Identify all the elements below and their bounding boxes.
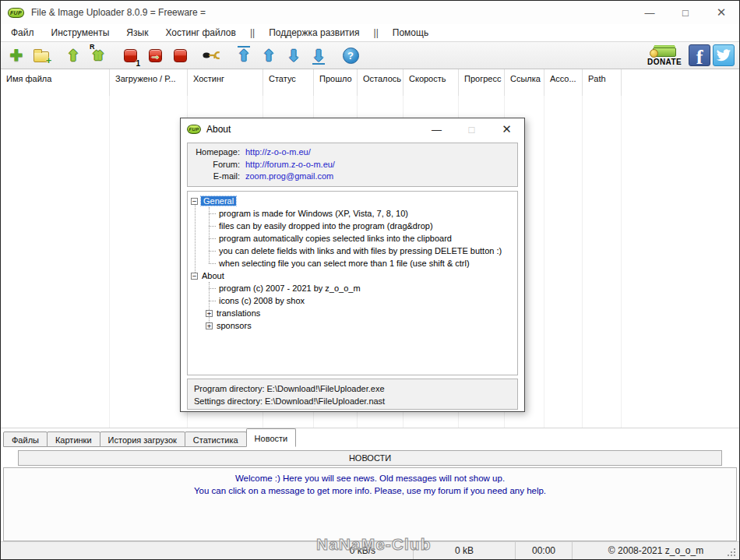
- news-panel[interactable]: Welcome :) Here you will see news. Old m…: [3, 467, 737, 541]
- tree-row[interactable]: +translations: [188, 307, 517, 319]
- menu-separator: ||: [245, 25, 260, 41]
- tree-row[interactable]: you can delete fields with links and wit…: [188, 245, 517, 257]
- dialog-info-link[interactable]: http://forum.z-o-o-m.eu/: [245, 159, 335, 171]
- tree-row[interactable]: icons (c) 2008 by shox: [188, 294, 517, 307]
- dialog-info-panel: Homepage:http://z-o-o-m.eu/Forum:http://…: [187, 143, 518, 187]
- menu-item[interactable]: Язык: [118, 25, 157, 41]
- maximize-button[interactable]: □: [668, 1, 703, 24]
- tab-Новости[interactable]: Новости: [246, 428, 297, 447]
- column-header-7[interactable]: Скорость: [403, 69, 459, 96]
- tree-item-label[interactable]: About: [202, 271, 224, 280]
- column-header-5[interactable]: Прошло: [314, 69, 358, 96]
- status-copyright: © 2008-2021 z_o_o_m: [573, 545, 739, 556]
- add-files-icon[interactable]: ✚: [7, 45, 26, 65]
- move-bottom-icon[interactable]: ⬇: [309, 45, 328, 65]
- tree-item-label[interactable]: translations: [217, 308, 260, 318]
- tree-expand-minus-icon[interactable]: −: [191, 198, 198, 205]
- app-icon: FUP: [8, 8, 24, 18]
- dialog-app-icon: FUP: [187, 125, 201, 134]
- stop-after-current-icon-badge: 1: [136, 59, 140, 68]
- upload-resume-icon[interactable]: ⬆⬆R: [89, 45, 107, 65]
- dialog-info-link[interactable]: http://z-o-o-m.eu/: [245, 146, 311, 159]
- column-header-10[interactable]: Acco...: [544, 69, 583, 96]
- menu-item[interactable]: Инструменты: [43, 25, 118, 41]
- dialog-info-label: Forum:: [188, 159, 240, 171]
- minimize-button[interactable]: —: [632, 1, 668, 24]
- tree-item-label[interactable]: when selecting file you can select more …: [219, 259, 470, 268]
- column-header-3[interactable]: Хостинг: [188, 69, 263, 96]
- menu-item[interactable]: Помощь: [384, 25, 437, 41]
- dialog-maximize-button: □: [454, 118, 489, 140]
- dialog-info-link[interactable]: zoom.prog@gmail.com: [245, 171, 333, 183]
- upload-resume-icon-badge: R: [90, 43, 95, 51]
- close-button[interactable]: ✕: [703, 1, 739, 24]
- tree-item-label[interactable]: files can by easily dropped into the pro…: [219, 221, 433, 231]
- facebook-icon[interactable]: f: [689, 44, 710, 66]
- social-links: DONATE f: [647, 44, 735, 66]
- column-header-8[interactable]: Прогресс: [459, 69, 505, 96]
- add-files-icon-glyph: ✚: [10, 46, 23, 65]
- column-header-9[interactable]: Ссылка: [505, 69, 544, 96]
- tree-item-label[interactable]: program (c) 2007 - 2021 by z_o_o_m: [219, 284, 361, 293]
- dialog-info-row: Forum:http://forum.z-o-o-m.eu/: [188, 159, 517, 171]
- move-down-icon[interactable]: ⬇: [284, 45, 303, 65]
- tree-item-label[interactable]: General: [201, 196, 236, 206]
- news-line[interactable]: You can click on a message to get more i…: [4, 484, 736, 497]
- tab-Файлы[interactable]: Файлы: [3, 431, 48, 447]
- tree-expand-plus-icon[interactable]: +: [206, 310, 213, 317]
- column-grid-line: [582, 96, 583, 428]
- column-header-4[interactable]: Статус: [263, 69, 314, 96]
- list-column-headers: Имя файлаЗагружено / Р...ХостингСтатусПр…: [1, 69, 739, 96]
- column-header-2[interactable]: Загружено / Р...: [110, 69, 188, 96]
- tree-row[interactable]: program is made for Windows (XP, Vista, …: [188, 207, 517, 220]
- donate-button[interactable]: DONATE: [647, 44, 682, 66]
- twitter-icon[interactable]: [713, 44, 735, 66]
- tree-expand-plus-icon[interactable]: +: [206, 322, 213, 329]
- tree-row[interactable]: −General: [188, 195, 517, 207]
- tree-item-label[interactable]: sponsors: [217, 321, 252, 330]
- menu-item[interactable]: Поддержка развития: [260, 25, 368, 41]
- tree-row[interactable]: files can by easily dropped into the pro…: [188, 220, 517, 232]
- tree-row[interactable]: +sponsors: [188, 319, 517, 332]
- column-header-1[interactable]: Имя файла: [1, 69, 110, 96]
- column-header-6[interactable]: Осталось: [358, 69, 403, 96]
- menu-bar: ФайлИнструментыЯзыкХостинг файлов||Подде…: [1, 24, 739, 41]
- move-up-icon[interactable]: ⬆: [259, 45, 278, 65]
- dialog-info-row: E-mail:zoom.prog@gmail.com: [188, 171, 517, 183]
- dialog-info-row: Homepage:http://z-o-o-m.eu/: [188, 146, 517, 159]
- help-icon[interactable]: ?: [341, 45, 360, 65]
- add-folder-icon[interactable]: [32, 45, 51, 65]
- tab-Статистика[interactable]: Статистика: [185, 431, 247, 447]
- resume-upload-icon[interactable]: →: [146, 45, 164, 65]
- upload-icon[interactable]: ⬆: [64, 45, 83, 65]
- tree-row[interactable]: program automatically copies selected li…: [188, 232, 517, 245]
- dialog-minimize-button[interactable]: —: [419, 118, 454, 140]
- tree-row[interactable]: −About: [188, 269, 517, 282]
- menu-item[interactable]: Хостинг файлов: [157, 25, 245, 41]
- tree-expand-minus-icon[interactable]: −: [191, 273, 198, 280]
- move-top-icon[interactable]: ⬆: [234, 45, 253, 65]
- tree-item-label[interactable]: you can delete fields with links and wit…: [219, 246, 502, 255]
- settings-key-icon[interactable]: [203, 45, 221, 65]
- twitter-bird-icon: [716, 48, 731, 63]
- column-header-11[interactable]: Path: [583, 69, 622, 96]
- help-icon-glyph: ?: [343, 48, 359, 64]
- tree-item-label[interactable]: program automatically copies selected li…: [219, 234, 452, 243]
- tree-item-label[interactable]: icons (c) 2008 by shox: [219, 296, 305, 305]
- tree-item-label[interactable]: program is made for Windows (XP, Vista, …: [219, 209, 408, 218]
- tab-История загрузок[interactable]: История загрузок: [100, 431, 185, 447]
- stop-icon[interactable]: [171, 45, 189, 65]
- stop-after-current-icon[interactable]: 1: [121, 45, 139, 65]
- window-controls: — □ ✕: [632, 1, 739, 24]
- tree-row[interactable]: program (c) 2007 - 2021 by z_o_o_m: [188, 282, 517, 294]
- resize-grip[interactable]: [734, 548, 735, 550]
- title-bar: FUP File & Image Uploader 8.0.9 = Freewa…: [1, 1, 739, 24]
- upload-icon-glyph: ⬆: [67, 47, 79, 65]
- news-line[interactable]: Welcome :) Here you will see news. Old m…: [4, 472, 736, 484]
- tree-row[interactable]: when selecting file you can select more …: [188, 257, 517, 269]
- settings-directory: Settings directory: E:\Download!\FileUpl…: [194, 395, 517, 407]
- menu-item[interactable]: Файл: [2, 25, 43, 41]
- dialog-close-button[interactable]: ✕: [489, 118, 524, 140]
- program-directory: Program directory: E:\Download!\FileUplo…: [194, 382, 517, 395]
- tab-Картинки[interactable]: Картинки: [47, 431, 100, 447]
